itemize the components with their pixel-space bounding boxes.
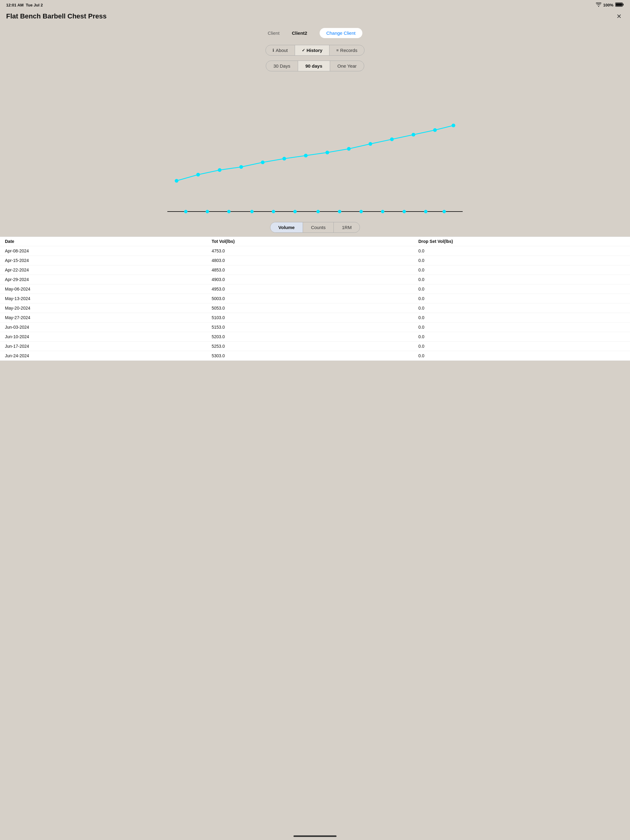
bottom-chart-svg	[3, 205, 627, 218]
cell-tot-vol: 5153.0	[212, 325, 418, 330]
cell-tot-vol: 5053.0	[212, 306, 418, 311]
cell-drop-set: 0.0	[418, 258, 625, 263]
cell-date: Jun-24-2024	[5, 353, 212, 358]
tab-about[interactable]: ℹ About	[266, 45, 294, 55]
wifi-icon	[596, 2, 602, 8]
cell-tot-vol: 5303.0	[212, 353, 418, 358]
table-row: May-27-20245103.00.0	[0, 313, 630, 322]
list-icon: ≡	[336, 48, 339, 52]
table-row: May-13-20245003.00.0	[0, 294, 630, 303]
main-chart	[0, 76, 630, 205]
bottom-chart-point	[359, 210, 363, 213]
chart-point	[196, 173, 200, 177]
chart-point	[261, 161, 264, 164]
cell-tot-vol: 5253.0	[212, 344, 418, 349]
bottom-chart-point	[338, 210, 342, 213]
table-row: Apr-08-20244753.00.0	[0, 246, 630, 256]
table-row: May-20-20245053.00.0	[0, 303, 630, 313]
table-row: Jun-24-20245303.00.0	[0, 351, 630, 361]
table-row: May-06-20244953.00.0	[0, 284, 630, 294]
header-drop-set: Drop Set Vol(lbs)	[418, 239, 625, 244]
battery-label: 100%	[603, 3, 613, 7]
time-30days[interactable]: 30 Days	[266, 61, 298, 71]
chart-point	[390, 137, 394, 141]
cell-tot-vol: 5003.0	[212, 296, 418, 301]
cell-drop-set: 0.0	[418, 334, 625, 339]
chart-point	[239, 165, 243, 169]
status-bar: 12:01 AM Tue Jul 2 100%	[0, 0, 630, 9]
cell-date: Jun-10-2024	[5, 334, 212, 339]
page-title: Flat Bench Barbell Chest Press	[6, 12, 106, 20]
tab-history[interactable]: ✓ History	[295, 45, 329, 55]
header: Flat Bench Barbell Chest Press ✕	[0, 9, 630, 25]
chart-point	[282, 157, 286, 161]
cell-drop-set: 0.0	[418, 315, 625, 320]
cell-tot-vol: 4903.0	[212, 277, 418, 282]
bottom-chart-point	[250, 210, 254, 213]
cell-date: May-27-2024	[5, 315, 212, 320]
bottom-chart-point	[293, 210, 297, 213]
chart-point	[433, 128, 437, 132]
table-row: Jun-17-20245253.00.0	[0, 342, 630, 351]
chart-point	[412, 133, 415, 136]
tab-selector: ℹ About ✓ History ≡ Records	[0, 45, 630, 56]
check-icon: ✓	[302, 48, 305, 52]
chart-point	[218, 168, 222, 172]
time-90days[interactable]: 90 days	[298, 61, 330, 71]
metric-group: Volume Counts 1RM	[270, 222, 360, 233]
tab-records[interactable]: ≡ Records	[329, 45, 364, 55]
cell-drop-set: 0.0	[418, 296, 625, 301]
metric-selector: Volume Counts 1RM	[0, 222, 630, 233]
bottom-chart	[0, 205, 630, 219]
chart-svg	[0, 76, 630, 205]
bottom-chart-point	[206, 210, 209, 213]
bottom-chart-point	[184, 210, 188, 213]
client-name: Client2	[292, 30, 307, 36]
data-table: Date Tot Vol(lbs) Drop Set Vol(lbs) Apr-…	[0, 237, 630, 361]
cell-tot-vol: 5203.0	[212, 334, 418, 339]
home-indicator	[0, 829, 630, 840]
home-bar	[293, 835, 337, 837]
table-body: Apr-08-20244753.00.0Apr-15-20244803.00.0…	[0, 246, 630, 361]
metric-volume[interactable]: Volume	[271, 222, 303, 232]
chart-point	[175, 179, 179, 183]
cell-drop-set: 0.0	[418, 277, 625, 282]
table-row: Apr-15-20244803.00.0	[0, 256, 630, 265]
time-range-group: 30 Days 90 days One Year	[266, 61, 364, 71]
bottom-chart-point	[381, 210, 385, 213]
cell-drop-set: 0.0	[418, 325, 625, 330]
chart-point	[369, 142, 372, 146]
bottom-chart-point	[272, 210, 275, 213]
table-row: Jun-03-20245153.00.0	[0, 322, 630, 332]
cell-tot-vol: 4953.0	[212, 287, 418, 292]
cell-drop-set: 0.0	[418, 344, 625, 349]
metric-counts[interactable]: Counts	[303, 222, 334, 232]
table-header-row: Date Tot Vol(lbs) Drop Set Vol(lbs)	[0, 237, 630, 246]
cell-date: Apr-15-2024	[5, 258, 212, 263]
client-row: Client Client2 Change Client	[0, 25, 630, 43]
main-content-bg	[0, 361, 630, 829]
cell-drop-set: 0.0	[418, 353, 625, 358]
chart-point	[347, 147, 351, 151]
cell-date: Jun-17-2024	[5, 344, 212, 349]
status-icons: 100%	[596, 2, 624, 8]
change-client-button[interactable]: Change Client	[320, 28, 362, 38]
header-date: Date	[5, 239, 212, 244]
metric-1rm[interactable]: 1RM	[334, 222, 359, 232]
cell-tot-vol: 4803.0	[212, 258, 418, 263]
info-icon: ℹ	[272, 48, 274, 52]
close-button[interactable]: ✕	[614, 11, 624, 21]
bottom-chart-point	[227, 210, 231, 213]
chart-point	[451, 123, 455, 127]
cell-drop-set: 0.0	[418, 306, 625, 311]
table-row: Jun-10-20245203.00.0	[0, 332, 630, 342]
bottom-chart-point	[403, 210, 406, 213]
time-oneyear[interactable]: One Year	[330, 61, 364, 71]
cell-date: Apr-08-2024	[5, 248, 212, 253]
cell-tot-vol: 4753.0	[212, 248, 418, 253]
cell-drop-set: 0.0	[418, 267, 625, 272]
bottom-chart-point	[317, 210, 320, 213]
svg-rect-1	[623, 4, 624, 6]
chart-point	[326, 151, 329, 154]
cell-date: Apr-22-2024	[5, 267, 212, 272]
